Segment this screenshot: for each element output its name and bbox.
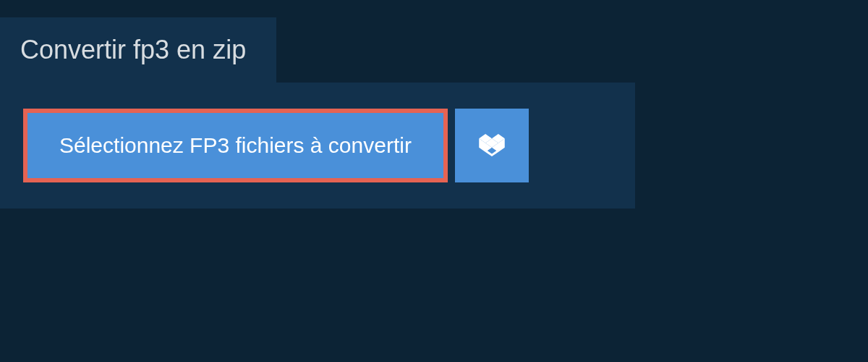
dropbox-icon bbox=[479, 134, 505, 157]
title-tab: Convertir fp3 en zip bbox=[0, 17, 276, 83]
button-row: Sélectionnez FP3 fichiers à convertir bbox=[23, 109, 612, 182]
dropbox-button[interactable] bbox=[455, 109, 529, 182]
select-files-button[interactable]: Sélectionnez FP3 fichiers à convertir bbox=[23, 109, 448, 182]
select-files-label: Sélectionnez FP3 fichiers à convertir bbox=[59, 133, 412, 158]
converter-panel: Sélectionnez FP3 fichiers à convertir bbox=[0, 83, 635, 209]
page-title: Convertir fp3 en zip bbox=[20, 35, 246, 64]
